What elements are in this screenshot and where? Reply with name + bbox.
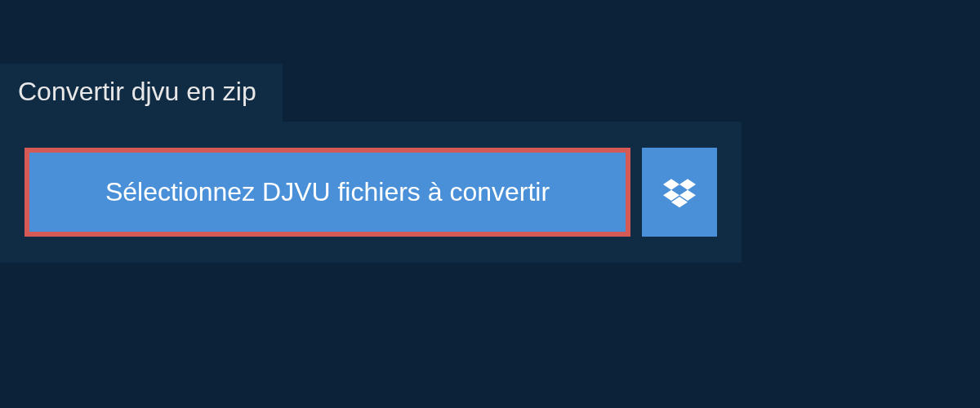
select-files-button[interactable]: Sélectionnez DJVU fichiers à convertir <box>24 148 630 237</box>
dropbox-button[interactable] <box>642 148 717 237</box>
dropbox-icon <box>663 176 696 209</box>
tab-convert[interactable]: Convertir djvu en zip <box>0 64 283 122</box>
tab-label: Convertir djvu en zip <box>18 77 256 106</box>
select-files-label: Sélectionnez DJVU fichiers à convertir <box>105 177 550 207</box>
button-row: Sélectionnez DJVU fichiers à convertir <box>24 148 717 237</box>
upload-panel: Sélectionnez DJVU fichiers à convertir <box>0 122 742 263</box>
